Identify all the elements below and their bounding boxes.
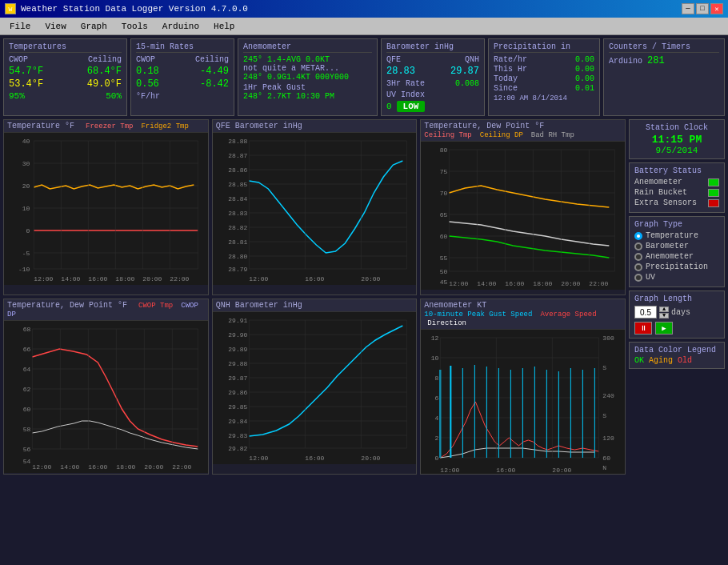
uv-index-label: UV Index <box>386 90 479 99</box>
svg-text:8: 8 <box>435 375 439 382</box>
anem-line2: not quite a METAR... <box>243 64 372 73</box>
radio-uv-label: UV <box>646 273 655 282</box>
svg-text:28.84: 28.84 <box>228 195 247 202</box>
precip-label-3: Since <box>494 84 518 93</box>
minimize-button[interactable]: ─ <box>682 3 694 14</box>
temp-col2-label: Ceiling <box>66 55 122 64</box>
temperatures-panel: Temperatures CWOP Ceiling 54.7°F 68.4°F … <box>3 38 127 116</box>
chart-dewpt-top-body: 80 75 70 65 60 55 50 45 12:00 14:00 16:0… <box>421 142 625 290</box>
graph-length-up[interactable]: ▲ <box>659 307 669 312</box>
radio-temperature[interactable]: Temperature <box>634 231 719 240</box>
svg-text:240: 240 <box>603 392 615 399</box>
radio-anemometer[interactable]: Anemometer <box>634 252 719 261</box>
svg-text:60: 60 <box>440 233 448 240</box>
svg-text:6: 6 <box>435 395 439 402</box>
precip-val-1: 0.00 <box>575 65 594 74</box>
radio-temperature-dot[interactable] <box>634 232 642 240</box>
svg-text:10: 10 <box>431 355 439 362</box>
svg-text:0: 0 <box>435 455 439 462</box>
temp-r3c2: 50% <box>66 91 122 101</box>
svg-text:29.87: 29.87 <box>228 375 247 382</box>
radio-barometer-dot[interactable] <box>634 242 642 250</box>
radio-precipitation[interactable]: Precipitation <box>634 262 719 271</box>
baro-col2: QNH <box>434 55 479 64</box>
svg-text:20:00: 20:00 <box>361 275 380 282</box>
menu-view[interactable]: View <box>38 20 72 33</box>
precip-val-0: 0.00 <box>575 55 594 64</box>
window-title: Weather Station Data Logger Version 4.7.… <box>21 4 248 14</box>
svg-text:28.86: 28.86 <box>228 166 247 174</box>
legend-old: Old <box>678 356 692 365</box>
svg-text:80: 80 <box>440 146 448 154</box>
play-icon: ▶ <box>662 324 666 333</box>
svg-text:16:00: 16:00 <box>305 275 324 282</box>
graph-stop-button[interactable]: ⏸ <box>634 322 652 335</box>
svg-text:16:00: 16:00 <box>88 275 107 282</box>
title-bar: W Weather Station Data Logger Version 4.… <box>0 0 728 18</box>
svg-text:22:00: 22:00 <box>172 463 191 471</box>
precip-val-3: 0.01 <box>575 84 594 93</box>
close-button[interactable]: ✕ <box>710 3 723 14</box>
chart-anem-title: Anemometer KT 10-minute Peak Gust Speed … <box>421 299 625 330</box>
radio-barometer[interactable]: Barometer <box>634 242 719 250</box>
svg-text:62: 62 <box>23 386 31 393</box>
chart-temp-top-legend1: Freezer Tmp <box>86 122 133 130</box>
svg-text:29.84: 29.84 <box>228 418 247 425</box>
svg-text:16:00: 16:00 <box>506 280 525 287</box>
menu-file[interactable]: File <box>3 20 37 33</box>
graph-length-down[interactable]: ▼ <box>659 313 669 319</box>
svg-text:12:00: 12:00 <box>34 275 53 282</box>
maximize-button[interactable]: □ <box>696 3 709 14</box>
graph-length-unit: days <box>671 308 690 317</box>
radio-barometer-label: Barometer <box>646 242 689 250</box>
uv-val: 0 <box>386 102 392 111</box>
menu-tools[interactable]: Tools <box>115 20 154 33</box>
svg-text:14:00: 14:00 <box>61 275 80 282</box>
rates-unit: °F/hr <box>136 92 229 101</box>
precip-label-1: This Hr <box>494 65 527 74</box>
graph-play-button[interactable]: ▶ <box>655 322 673 335</box>
svg-text:4: 4 <box>435 415 439 422</box>
graph-length-input[interactable] <box>634 306 657 319</box>
svg-text:28.80: 28.80 <box>228 253 247 260</box>
chart-temp-top-title: Temperature °F Freezer Tmp Fridge2 Tmp <box>4 120 208 133</box>
hr-rate-val: 0.008 <box>455 79 479 88</box>
menu-graph[interactable]: Graph <box>74 20 114 33</box>
menu-help[interactable]: Help <box>207 20 241 33</box>
svg-text:22:00: 22:00 <box>590 280 609 287</box>
chart-cwop-leg1: CWOP Tmp <box>138 302 173 310</box>
color-legend-title: Data Color Legend <box>634 346 719 355</box>
radio-uv-dot[interactable] <box>634 274 642 282</box>
menu-arduino[interactable]: Arduino <box>156 20 206 33</box>
radio-anemometer-dot[interactable] <box>634 253 642 261</box>
svg-text:18:00: 18:00 <box>534 280 553 287</box>
temp-r2c2: 49.0°F <box>66 78 122 90</box>
svg-text:28.85: 28.85 <box>228 181 247 188</box>
svg-text:50: 50 <box>440 268 448 275</box>
svg-text:28.82: 28.82 <box>228 224 247 231</box>
battery-row-1: Rain Bucket <box>634 188 719 197</box>
menu-bar: File View Graph Tools Arduino Help <box>0 18 728 35</box>
chart-qnh-svg: 29.91 29.90 29.89 29.88 29.87 29.86 29.8… <box>213 312 417 464</box>
precip-row-3: Since 0.01 <box>494 84 594 93</box>
battery-indicator-1 <box>708 189 719 197</box>
baro-val2: 29.87 <box>434 66 479 77</box>
anem-line1: 245° 1.4-AVG 0.0KT <box>243 55 372 64</box>
svg-text:60: 60 <box>603 455 611 462</box>
precip-label-2: Today <box>494 74 518 83</box>
precip-label-0: Rate/hr <box>494 55 527 64</box>
rate-r2c1: 0.56 <box>136 78 182 90</box>
svg-text:20:00: 20:00 <box>553 467 572 474</box>
chart-dewpt-top: Temperature, Dew Point °F Ceiling Tmp Ce… <box>420 119 626 295</box>
chart-cwop-body: 68 66 64 62 60 58 56 54 12:00 14:00 16:0… <box>4 321 208 473</box>
battery-title: Battery Status <box>634 166 719 175</box>
battery-indicator-2 <box>708 199 719 207</box>
svg-text:16:00: 16:00 <box>497 467 516 474</box>
radio-uv[interactable]: UV <box>634 273 719 282</box>
chart-temp-top-legend2: Fridge2 Tmp <box>141 122 188 130</box>
clock-title: Station Clock <box>634 123 719 132</box>
chart-qfe-title: QFE Barometer inHg <box>213 120 417 133</box>
chart-anem-svg: 12 10 8 6 4 2 0 300 S 240 S 120 <box>421 330 625 475</box>
radio-precipitation-dot[interactable] <box>634 263 642 271</box>
counters-label: Arduino <box>609 57 642 66</box>
